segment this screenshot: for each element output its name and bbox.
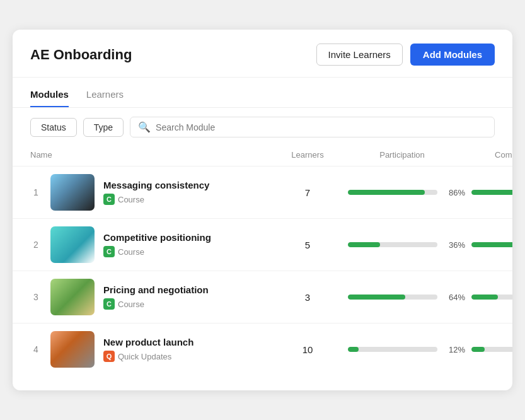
completion-fill	[471, 347, 485, 352]
completion-fill	[471, 295, 498, 300]
completion-bar	[471, 295, 512, 300]
participation-cell: 86%	[339, 188, 465, 197]
type-badge: C	[103, 246, 115, 257]
col-name: Name	[30, 146, 276, 163]
page-title: AE Onboarding	[30, 47, 132, 63]
row-number: 4	[30, 344, 42, 354]
status-filter-button[interactable]: Status	[30, 118, 77, 137]
table-header: Name Learners Participation Completion	[13, 146, 512, 163]
completion-bar	[471, 242, 512, 247]
module-name-cell: 2 Competitive positioning C Course	[30, 226, 276, 263]
type-badge: Q	[103, 351, 115, 362]
participation-cell: 36%	[339, 240, 465, 250]
table-row[interactable]: 1 Messaging consistency C Course 7 86% 1…	[13, 166, 512, 218]
participation-label: 86%	[442, 188, 465, 197]
type-filter-button[interactable]: Type	[83, 118, 124, 137]
module-info: Pricing and negotiation C Course	[103, 284, 209, 310]
search-icon: 🔍	[138, 121, 151, 133]
participation-fill	[348, 295, 405, 300]
invite-learners-button[interactable]: Invite Learners	[316, 44, 403, 66]
tab-learners[interactable]: Learners	[86, 81, 124, 107]
learners-count: 10	[276, 344, 339, 355]
search-bar: 🔍	[130, 117, 495, 137]
participation-cell: 12%	[339, 345, 465, 354]
main-card: AE Onboarding Invite Learners Add Module…	[13, 30, 512, 390]
participation-fill	[348, 190, 425, 195]
module-title: Messaging consistency	[103, 180, 209, 190]
row-number: 1	[30, 187, 42, 197]
module-info: Competitive positioning C Course	[103, 232, 211, 257]
participation-label: 12%	[442, 345, 465, 354]
participation-label: 36%	[442, 240, 465, 250]
type-label: Course	[118, 247, 144, 257]
module-type: C Course	[103, 246, 211, 257]
participation-fill	[348, 242, 380, 247]
completion-cell: 100%	[465, 188, 512, 197]
module-type: C Course	[103, 298, 209, 310]
row-number: 3	[30, 292, 42, 302]
module-type: Q Quick Updates	[103, 351, 193, 362]
filters-bar: Status Type 🔍	[13, 108, 512, 146]
module-name-cell: 3 Pricing and negotiation C Course	[30, 279, 276, 315]
type-badge: C	[103, 194, 115, 205]
participation-bar	[348, 347, 437, 352]
col-participation: Participation	[339, 146, 465, 163]
row-number: 2	[30, 240, 42, 250]
completion-bar	[471, 190, 512, 195]
module-thumbnail	[50, 174, 95, 211]
module-thumbnail	[50, 279, 95, 315]
module-title: New product launch	[103, 337, 193, 347]
module-info: New product launch Q Quick Updates	[103, 337, 193, 362]
participation-cell: 64%	[339, 293, 465, 302]
participation-bar	[348, 242, 437, 247]
module-thumbnail	[50, 331, 95, 368]
participation-fill	[348, 347, 359, 352]
completion-fill	[471, 190, 512, 195]
tab-modules[interactable]: Modules	[30, 81, 69, 107]
search-input[interactable]	[156, 122, 487, 132]
participation-bar	[348, 190, 437, 195]
table-body: 1 Messaging consistency C Course 7 86% 1…	[13, 166, 512, 375]
learners-count: 5	[276, 240, 339, 250]
table-row[interactable]: 4 New product launch Q Quick Updates 10 …	[13, 323, 512, 375]
type-label: Course	[118, 300, 144, 309]
module-info: Messaging consistency C Course	[103, 180, 209, 205]
completion-cell: 40%	[465, 293, 512, 302]
learners-count: 3	[276, 292, 339, 303]
completion-fill	[471, 242, 512, 247]
module-thumbnail	[50, 226, 95, 263]
table-row[interactable]: 3 Pricing and negotiation C Course 3 64%…	[13, 271, 512, 323]
type-badge: C	[103, 298, 115, 310]
module-name-cell: 1 Messaging consistency C Course	[30, 174, 276, 211]
participation-label: 64%	[442, 293, 465, 302]
type-label: Quick Updates	[118, 352, 171, 361]
participation-bar	[348, 295, 437, 300]
table-row[interactable]: 2 Competitive positioning C Course 5 36%…	[13, 218, 512, 271]
add-modules-button[interactable]: Add Modules	[410, 44, 495, 66]
type-label: Course	[118, 195, 144, 204]
col-completion: Completion	[465, 146, 512, 163]
module-name-cell: 4 New product launch Q Quick Updates	[30, 331, 276, 368]
col-learners: Learners	[276, 146, 339, 163]
learners-count: 7	[276, 187, 339, 198]
header: AE Onboarding Invite Learners Add Module…	[13, 30, 512, 78]
tabs: Modules Learners	[13, 81, 512, 108]
completion-cell: 75%	[465, 240, 512, 250]
module-title: Pricing and negotiation	[103, 284, 209, 295]
module-type: C Course	[103, 194, 209, 205]
module-title: Competitive positioning	[103, 232, 211, 243]
header-actions: Invite Learners Add Modules	[316, 44, 495, 66]
completion-cell: 20%	[465, 345, 512, 354]
completion-bar	[471, 347, 512, 352]
